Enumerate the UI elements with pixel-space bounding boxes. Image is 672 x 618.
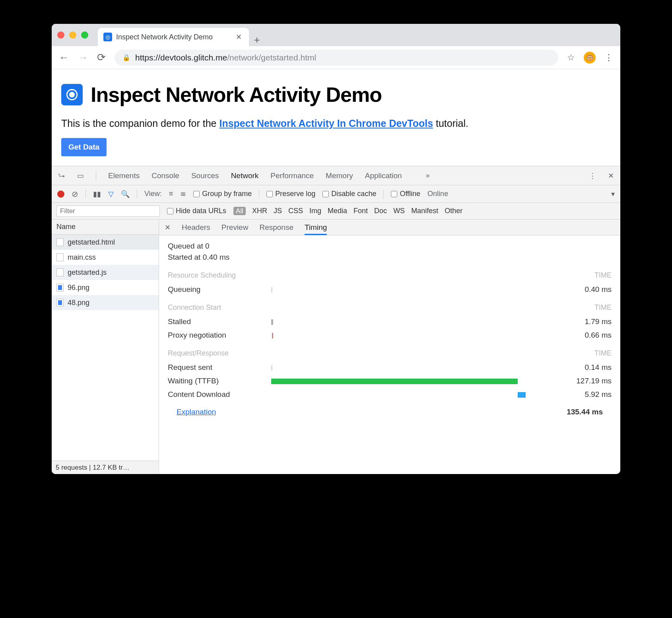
- tab-title: Inspect Network Activity Demo: [116, 33, 213, 41]
- filter-funnel-icon[interactable]: ▽: [108, 190, 114, 198]
- request-row[interactable]: 48.png: [52, 295, 159, 310]
- filter-type-xhr[interactable]: XHR: [252, 207, 267, 215]
- intro-link[interactable]: Inspect Network Activity In Chrome DevTo…: [219, 118, 433, 129]
- network-filter-bar: Hide data URLs AllXHRJSCSSImgMediaFontDo…: [52, 203, 620, 220]
- filter-input[interactable]: [56, 206, 160, 217]
- browser-tab[interactable]: ◎ Inspect Network Activity Demo ✕: [98, 28, 249, 46]
- request-row[interactable]: getstarted.js: [52, 265, 159, 280]
- request-row[interactable]: 96.png: [52, 280, 159, 295]
- disable-cache-checkbox[interactable]: Disable cache: [322, 190, 376, 198]
- filter-type-media[interactable]: Media: [328, 207, 347, 215]
- devtools-tab-console[interactable]: Console: [151, 171, 179, 180]
- large-rows-icon[interactable]: ≡: [169, 190, 173, 198]
- throttling-dropdown-icon[interactable]: ▾: [611, 190, 615, 198]
- camera-icon[interactable]: ▮▮: [93, 190, 101, 198]
- new-tab-button[interactable]: +: [249, 34, 265, 46]
- devtools-tab-elements[interactable]: Elements: [108, 171, 140, 180]
- document-file-icon: [56, 268, 64, 276]
- request-list-header[interactable]: Name: [52, 220, 159, 235]
- online-select[interactable]: Online: [427, 190, 448, 198]
- timing-row: Proxy negotiation0.66 ms: [168, 328, 612, 342]
- request-name: getstarted.html: [68, 238, 115, 247]
- maximize-window-icon[interactable]: [81, 31, 88, 39]
- network-body: Name getstarted.htmlmain.cssgetstarted.j…: [52, 220, 620, 474]
- timing-bar-area: [271, 318, 564, 326]
- page-intro: This is the companion demo for the Inspe…: [61, 118, 611, 129]
- filter-type-css[interactable]: CSS: [288, 207, 303, 215]
- inspect-element-icon[interactable]: ⮑: [58, 171, 65, 180]
- devtools-panel: ⮑ ▭ ElementsConsoleSourcesNetworkPerform…: [52, 166, 620, 474]
- intro-prefix: This is the companion demo for the: [61, 118, 219, 129]
- offline-checkbox[interactable]: Offline: [391, 190, 420, 198]
- filter-type-js[interactable]: JS: [274, 207, 282, 215]
- address-bar[interactable]: 🔒 https://devtools.glitch.me/network/get…: [115, 50, 558, 66]
- timing-bar-area: [271, 391, 564, 398]
- tab-strip: ◎ Inspect Network Activity Demo ✕ +: [52, 24, 620, 46]
- filter-type-img[interactable]: Img: [309, 207, 321, 215]
- filter-type-ws[interactable]: WS: [393, 207, 405, 215]
- devtools-tab-memory[interactable]: Memory: [326, 171, 353, 180]
- menu-icon[interactable]: ⋮: [604, 52, 613, 63]
- close-detail-icon[interactable]: ✕: [165, 223, 171, 232]
- more-tabs-icon[interactable]: »: [426, 171, 430, 180]
- settings-icon[interactable]: ⋮: [589, 171, 596, 180]
- record-icon[interactable]: [57, 190, 64, 198]
- waterfall-icon[interactable]: ≋: [180, 190, 186, 198]
- reload-button[interactable]: ⟳: [97, 51, 106, 64]
- hide-data-urls-checkbox[interactable]: Hide data URLs: [167, 207, 226, 215]
- close-window-icon[interactable]: [57, 31, 64, 39]
- timing-section-title: Request/Response: [168, 349, 229, 358]
- detail-tab-headers[interactable]: Headers: [182, 223, 210, 234]
- close-tab-icon[interactable]: ✕: [236, 33, 242, 41]
- devtools-tab-network[interactable]: Network: [231, 171, 259, 180]
- timing-label: Waiting (TTFB): [168, 377, 271, 385]
- forward-button[interactable]: →: [78, 51, 88, 64]
- request-row[interactable]: main.css: [52, 250, 159, 265]
- explanation-link[interactable]: Explanation: [177, 408, 216, 416]
- timing-label: Stalled: [168, 317, 271, 326]
- browser-window: ◎ Inspect Network Activity Demo ✕ + ← → …: [52, 24, 620, 474]
- minimize-window-icon[interactable]: [69, 31, 76, 39]
- timing-row: Request sent0.14 ms: [168, 361, 612, 374]
- detail-tab-preview[interactable]: Preview: [221, 223, 249, 234]
- timing-bar-area: [271, 363, 564, 371]
- queued-at: Queued at 0: [168, 242, 612, 251]
- bookmark-icon[interactable]: ☆: [567, 52, 575, 63]
- detail-tab-timing[interactable]: Timing: [305, 223, 327, 235]
- separator: [96, 171, 96, 181]
- filter-type-other[interactable]: Other: [445, 207, 462, 215]
- document-file-icon: [56, 238, 64, 246]
- favicon-icon: ◎: [103, 33, 112, 41]
- back-button[interactable]: ←: [59, 51, 69, 64]
- separator: [85, 190, 86, 198]
- device-toolbar-icon[interactable]: ▭: [77, 171, 84, 180]
- devtools-tab-application[interactable]: Application: [365, 171, 402, 180]
- detail-tab-response[interactable]: Response: [259, 223, 293, 234]
- timing-bar: [271, 379, 518, 384]
- timing-bar: [271, 287, 272, 293]
- timing-row: Waiting (TTFB)127.19 ms: [168, 374, 612, 388]
- detail-tabbar: ✕ HeadersPreviewResponseTiming: [159, 220, 620, 235]
- started-at: Started at 0.40 ms: [168, 253, 612, 262]
- filter-type-doc[interactable]: Doc: [374, 207, 387, 215]
- url-path: /network/getstarted.html: [227, 53, 316, 62]
- profile-avatar[interactable]: 🐵: [584, 52, 596, 64]
- timing-bar-area: [271, 331, 564, 339]
- close-devtools-icon[interactable]: ✕: [608, 171, 614, 180]
- search-icon[interactable]: 🔍: [121, 190, 130, 198]
- preserve-log-checkbox[interactable]: Preserve log: [266, 190, 315, 198]
- devtools-tab-sources[interactable]: Sources: [191, 171, 219, 180]
- timing-value: 0.66 ms: [564, 331, 612, 340]
- filter-type-font[interactable]: Font: [353, 207, 368, 215]
- filter-type-all[interactable]: All: [233, 207, 246, 215]
- devtools-tab-performance[interactable]: Performance: [270, 171, 314, 180]
- group-by-frame-checkbox[interactable]: Group by frame: [193, 190, 252, 198]
- filter-type-manifest[interactable]: Manifest: [411, 207, 438, 215]
- request-row[interactable]: getstarted.html: [52, 235, 159, 250]
- timing-value: 0.40 ms: [564, 285, 612, 294]
- hide-data-urls-label: Hide data URLs: [176, 207, 226, 215]
- get-data-button[interactable]: Get Data: [61, 138, 107, 156]
- timing-label: Queueing: [168, 285, 271, 294]
- intro-suffix: tutorial.: [433, 118, 468, 129]
- clear-icon[interactable]: ⊘: [72, 189, 78, 199]
